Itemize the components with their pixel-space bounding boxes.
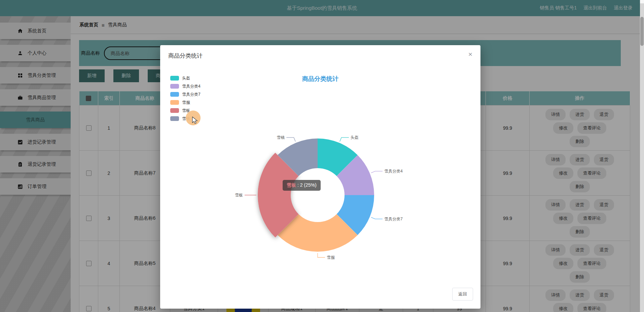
pie-label-line (318, 253, 325, 257)
pie-label-line (286, 137, 295, 142)
donut-chart: 头盔雪具分类4雪具分类7雪服雪板雪镜 (160, 45, 480, 309)
pie-label-line (371, 171, 383, 173)
pie-label: 雪具分类4 (384, 169, 403, 174)
mouse-cursor-icon (192, 117, 199, 124)
back-button[interactable]: 返回 (452, 288, 473, 301)
pie-label: 头盔 (351, 135, 359, 140)
page-scrollbar[interactable] (640, 0, 644, 312)
pie-label: 雪服 (327, 255, 335, 260)
pie-label: 雪镜 (277, 135, 285, 140)
category-stats-modal: 商品分类统计 × 商品分类统计 头盔雪具分类4雪具分类7雪服雪板雪镜 头盔雪具分… (160, 45, 480, 309)
pie-label-line (371, 217, 383, 219)
scrollbar-thumb[interactable] (640, 17, 644, 46)
pie-label: 雪具分类7 (384, 217, 403, 221)
pie-label: 雪板 (235, 193, 243, 197)
scrollbar-cap (640, 0, 644, 3)
pie-label-line (340, 137, 349, 142)
